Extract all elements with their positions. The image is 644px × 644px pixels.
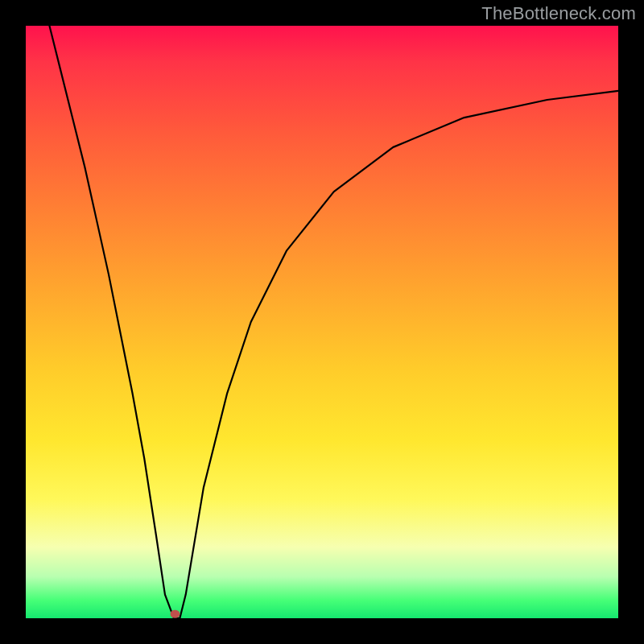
watermark-text: TheBottleneck.com [481, 3, 636, 24]
chart-frame: TheBottleneck.com [0, 0, 644, 644]
chart-marker [170, 610, 180, 618]
plot-area [26, 26, 618, 618]
chart-svg [26, 26, 618, 618]
chart-curve [49, 26, 618, 618]
